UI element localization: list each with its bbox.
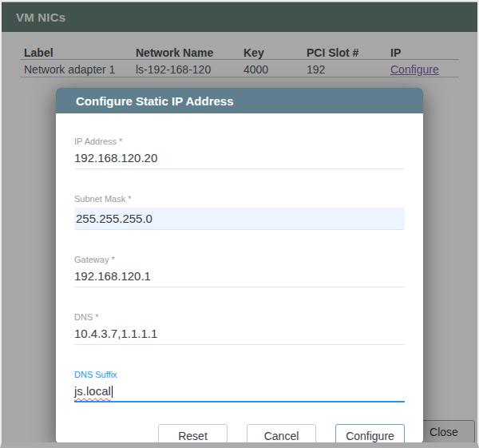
dialog-button-row: Reset Cancel Configure	[74, 424, 405, 448]
dialog-body: IP Address * 192.168.120.20 Subnet Mask …	[56, 113, 423, 448]
dialog-header: Configure Static IP Address	[56, 88, 423, 113]
field-group-dns: DNS * 10.4.3.7,1.1.1.1	[74, 312, 405, 345]
vm-nics-window: VM NICs Label Network Name Key PCI Slot …	[0, 0, 479, 448]
subnet-mask-label: Subnet Mask *	[74, 194, 405, 204]
dns-suffix-label: DNS Suffix	[74, 370, 405, 380]
cancel-button[interactable]: Cancel	[247, 424, 316, 448]
dialog-title: Configure Static IP Address	[56, 94, 234, 108]
configure-static-ip-dialog: Configure Static IP Address IP Address *…	[56, 88, 423, 443]
gateway-input[interactable]: 192.168.120.1	[74, 268, 405, 287]
configure-button[interactable]: Configure	[335, 424, 405, 448]
ip-address-input[interactable]: 192.168.120.20	[74, 150, 405, 169]
gateway-label: Gateway *	[74, 255, 405, 265]
reset-button[interactable]: Reset	[158, 424, 228, 448]
text-cursor	[112, 386, 113, 398]
field-group-gateway: Gateway * 192.168.120.1	[74, 255, 405, 287]
dns-input[interactable]: 10.4.3.7,1.1.1.1	[74, 326, 405, 345]
ip-address-label: IP Address *	[74, 137, 405, 147]
dns-suffix-text: js.local	[74, 384, 111, 398]
field-group-subnet-mask: Subnet Mask * 255.255.255.0	[74, 194, 405, 230]
field-group-dns-suffix: DNS Suffix js.local	[74, 370, 405, 402]
field-group-ip-address: IP Address * 192.168.120.20	[74, 137, 405, 169]
subnet-mask-input[interactable]: 255.255.255.0	[74, 208, 405, 230]
dns-suffix-input[interactable]: js.local	[74, 383, 405, 402]
dns-label: DNS *	[74, 312, 405, 323]
